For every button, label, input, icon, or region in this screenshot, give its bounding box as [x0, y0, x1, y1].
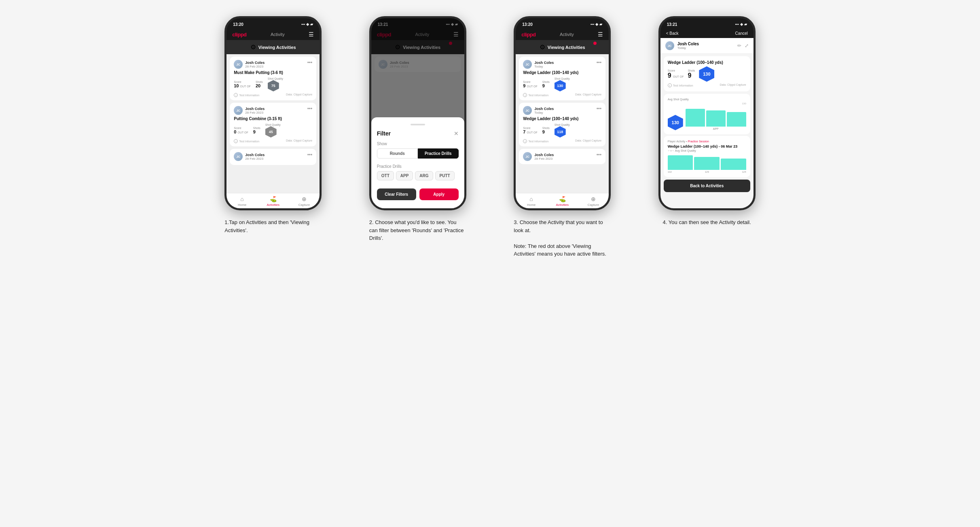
drill-tags: OTT APP ARG PUTT: [377, 171, 459, 180]
expand-icon[interactable]: ⤢: [745, 43, 749, 49]
shots-val-1-1: 20: [256, 83, 263, 88]
avatar-1-1: JC: [234, 60, 243, 69]
detail-shots-block: Shots 9: [688, 69, 695, 79]
home-icon-3: ⌂: [529, 196, 533, 202]
card-user-3-3: JC Josh Coles 28 Feb 2023: [523, 152, 554, 161]
nav-capture-label-3: Capture: [588, 203, 599, 207]
logo-3: clippd: [521, 32, 536, 38]
capture-icon-1: ⊕: [302, 196, 307, 202]
card-user-3-2: JC Josh Coles Today: [523, 106, 554, 115]
filter-icon-3: ⚙: [540, 43, 545, 51]
status-time-3: 13:20: [522, 22, 533, 27]
card-user-1-1: JC Josh Coles 28 Feb 2023: [234, 60, 265, 69]
activity-card-1-2[interactable]: JC Josh Coles 28 Feb 2023 ••• Putting Co…: [230, 103, 316, 146]
detail-user-name: Josh Coles: [677, 42, 699, 46]
step-1-col: 13:20 ▪▪▪ ◈ ▰ clippd Activity ☰ ⚙ Viewin…: [207, 16, 340, 234]
step-1-desc: 1.Tap on Activities and then 'Viewing Ac…: [224, 218, 322, 234]
user-name-3-1: Josh Coles: [534, 61, 554, 65]
battery-icon: ▰: [310, 22, 313, 26]
cancel-btn[interactable]: Cancel: [735, 31, 748, 36]
more-icon-1-3[interactable]: •••: [307, 152, 313, 158]
shots-val-1-2: 9: [253, 129, 260, 134]
activity-card-3-3[interactable]: JC Josh Coles 28 Feb 2023 •••: [519, 149, 605, 164]
sq-hex-1-2: 45: [265, 126, 277, 138]
more-icon-3-3[interactable]: •••: [597, 152, 602, 158]
more-icon-3-1[interactable]: •••: [597, 60, 602, 66]
sq-block-3-1: Shot Quality 130: [555, 77, 570, 91]
card-header-1-1: JC Josh Coles 28 Feb 2023 •••: [234, 60, 312, 69]
step-2-col: 13:21 ▪▪▪ ◈ ▰ clippd Activity ☰ ⚙ Viewin…: [351, 16, 484, 242]
nav-capture-1[interactable]: ⊕ Capture: [289, 196, 320, 207]
nav-home-label-3: Home: [527, 203, 536, 207]
user-date-1-1: 28 Feb 2023: [245, 65, 265, 68]
activity-card-3-2[interactable]: JC Josh Coles Today ••• Wedge Ladder (10…: [519, 103, 605, 146]
menu-icon-1[interactable]: ☰: [309, 31, 314, 38]
nav-capture-label-1: Capture: [298, 203, 310, 207]
sq-hex-3-2: 118: [555, 126, 566, 138]
tag-putt[interactable]: PUTT: [435, 171, 455, 180]
user-name-3-3: Josh Coles: [534, 153, 554, 157]
user-info-1-1: Josh Coles 28 Feb 2023: [245, 61, 265, 68]
avg-sq-chart: Avg Shot Quality 130 130: [664, 94, 750, 134]
filter-title: Filter: [377, 130, 391, 137]
activity-title-1-1: Must Make Putting (3-6 ft): [234, 70, 312, 75]
back-to-activities-btn[interactable]: Back to Activities: [664, 180, 750, 192]
avatar-3-1: JC: [523, 60, 532, 69]
nav-home-1[interactable]: ⌂ Home: [226, 196, 258, 207]
nav-home-3[interactable]: ⌂ Home: [516, 196, 547, 207]
user-name-1-2: Josh Coles: [245, 107, 265, 111]
practice-drills-btn[interactable]: Practice Drills: [418, 148, 459, 159]
apply-btn[interactable]: Apply: [419, 188, 459, 200]
activity-card-1-1[interactable]: JC Josh Coles 28 Feb 2023 ••• Must Make …: [230, 57, 316, 100]
filter-overlay: Filter ✕ Show Rounds Practice Drills Pra…: [371, 18, 464, 208]
tag-arg[interactable]: ARG: [415, 171, 433, 180]
more-icon-3-2[interactable]: •••: [597, 106, 602, 112]
card-header-3-1: JC Josh Coles Today •••: [523, 60, 601, 69]
nav-activities-label-3: Activities: [556, 203, 569, 207]
step-2-desc: 2. Choose what you'd like to see. You ca…: [369, 218, 466, 242]
viewing-banner-1[interactable]: ⚙ Viewing Activities: [226, 40, 320, 54]
wifi-icon: ◈: [306, 22, 309, 26]
nav-activities-3[interactable]: ⛳ Activities: [547, 196, 578, 207]
user-date-1-2: 28 Feb 2023: [245, 111, 265, 114]
detail-user-date: Today: [677, 46, 699, 50]
clear-filters-btn[interactable]: Clear Filters: [377, 188, 416, 200]
score-block-3-1: Score 9 OUT OF: [523, 80, 538, 88]
nav-activities-1[interactable]: ⛳ Activities: [258, 196, 289, 207]
stats-row-3-1: Score 9 OUT OF Shots 9 Shot Quality 130: [523, 77, 601, 91]
tag-ott[interactable]: OTT: [377, 171, 394, 180]
menu-icon-3[interactable]: ☰: [598, 31, 603, 38]
score-val-1-2: 0 OUT OF: [234, 129, 248, 134]
more-icon-1-1[interactable]: •••: [307, 60, 313, 66]
activity-sub-title: Wedge Ladder (100–140 yds) - 06 Mar 23: [668, 144, 746, 148]
filter-header: Filter ✕: [377, 130, 459, 137]
phone-content-1: JC Josh Coles 28 Feb 2023 ••• Must Make …: [226, 54, 320, 193]
avg-sq-label: Avg Shot Quality: [668, 98, 746, 101]
banner-text-3: Viewing Activities: [548, 45, 585, 50]
rounds-btn[interactable]: Rounds: [377, 148, 418, 159]
avg-sq-sub-label: ←•→ Avg Shot Quality: [668, 149, 746, 152]
activity-card-1-3[interactable]: JC Josh Coles 28 Feb 2023 •••: [230, 149, 316, 165]
tag-app[interactable]: APP: [396, 171, 413, 180]
phone-notch: [255, 18, 291, 27]
activity-card-3-1[interactable]: JC Josh Coles Today ••• Wedge Ladder (10…: [519, 57, 605, 100]
nav-capture-3[interactable]: ⊕ Capture: [578, 196, 609, 207]
phone-notch-4: [689, 18, 725, 27]
stats-row-3-2: Score 7 OUT OF Shots 9 Shot Quality 118: [523, 123, 601, 138]
viewing-banner-3[interactable]: ⚙ Viewing Activities: [516, 40, 609, 54]
logo-1: clippd: [232, 32, 246, 38]
status-time-4: 13:21: [667, 22, 677, 27]
more-icon-1-2[interactable]: •••: [307, 106, 313, 112]
stats-row-1-2: Score 0 OUT OF Shots 9 Shot Quality 45: [234, 123, 312, 138]
activities-icon-1: ⛳: [270, 196, 277, 202]
avatar-1-3: JC: [234, 152, 243, 161]
practice-drills-label: Practice Drills: [377, 164, 459, 169]
phone-2: 13:21 ▪▪▪ ◈ ▰ clippd Activity ☰ ⚙ Viewin…: [369, 16, 466, 210]
score-block-1-2: Score 0 OUT OF: [234, 127, 248, 134]
bottom-nav-3: ⌂ Home ⛳ Activities ⊕ Capture: [516, 193, 609, 208]
filter-close-icon[interactable]: ✕: [454, 130, 459, 137]
back-btn[interactable]: < Back: [666, 31, 679, 36]
stats-row-1-1: Score 10 OUT OF Shots 20 Shot Quality 75: [234, 77, 312, 91]
edit-icon[interactable]: ✏: [737, 43, 741, 49]
phone-content-3: JC Josh Coles Today ••• Wedge Ladder (10…: [516, 54, 609, 193]
